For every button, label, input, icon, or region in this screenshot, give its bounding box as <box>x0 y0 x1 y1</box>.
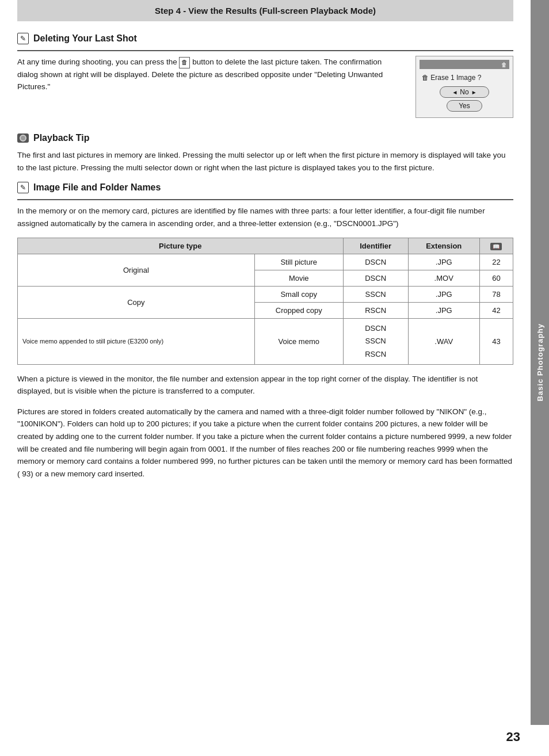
playback-camera-icon <box>17 133 29 143</box>
dialog-no-btn[interactable]: ◄ No ► <box>440 86 489 98</box>
ext-wav: .WAV <box>408 319 479 364</box>
ext-jpg-small: .JPG <box>408 287 479 303</box>
group-copy: Copy <box>18 287 255 319</box>
file-table: Picture type Identifier Extension 📖 Orig… <box>17 238 513 364</box>
dialog-yes-btn[interactable]: Yes <box>447 100 482 112</box>
dialog-title: 🗑 Erase 1 Image ? <box>420 72 509 86</box>
page-42: 42 <box>479 303 513 319</box>
id-rscn: RSCN <box>343 303 408 319</box>
group-original: Original <box>18 254 255 287</box>
col-extension: Extension <box>408 238 479 254</box>
type-still: Still picture <box>254 254 343 270</box>
col-identifier: Identifier <box>343 238 408 254</box>
col-page: 📖 <box>479 238 513 254</box>
footer-text-1: When a picture is viewed in the monitor,… <box>17 373 513 398</box>
type-voice-memo: Voice memo <box>254 319 343 364</box>
dialog-topbar: 🗑 <box>420 60 509 69</box>
id-dscn-movie: DSCN <box>343 270 408 287</box>
delete-pencil-icon: ✎ <box>17 33 29 44</box>
dialog-icon: 🗑 <box>422 74 430 82</box>
imagefile-section-title: Image File and Folder Names <box>33 182 161 193</box>
sidebar-tab: Basic Photography <box>531 0 549 725</box>
id-sscn: SSCN <box>343 287 408 303</box>
imagefile-section-header: ✎ Image File and Folder Names <box>17 182 513 193</box>
playback-section-header: Playback Tip <box>17 133 513 143</box>
ext-jpg-still: .JPG <box>408 254 479 270</box>
page-43: 43 <box>479 319 513 364</box>
header-title: Step 4 - View the Results (Full-screen P… <box>155 6 376 16</box>
imagefile-intro-text: In the memory or on the memory card, pic… <box>17 205 513 230</box>
type-small-copy: Small copy <box>254 287 343 303</box>
col-picture-type: Picture type <box>18 238 344 254</box>
playback-body-text: The first and last pictures in memory ar… <box>17 149 513 174</box>
delete-dialog: 🗑 🗑 Erase 1 Image ? ◄ No ► Yes <box>415 56 513 118</box>
page-60: 60 <box>479 270 513 287</box>
imagefile-pencil-icon: ✎ <box>17 182 29 193</box>
trash-icon: 🗑 <box>501 62 507 68</box>
type-cropped-copy: Cropped copy <box>254 303 343 319</box>
table-row: Original Still picture DSCN .JPG 22 <box>18 254 513 270</box>
page-78: 78 <box>479 287 513 303</box>
table-row: Copy Small copy SSCN .JPG 78 <box>18 287 513 303</box>
id-voice: DSCNSSCNRSCN <box>343 319 408 364</box>
ext-mov: .MOV <box>408 270 479 287</box>
footer-text-2: Pictures are stored in folders created a… <box>17 406 513 480</box>
delete-section-title: Deleting Your Last Shot <box>33 33 137 44</box>
type-movie: Movie <box>254 270 343 287</box>
dialog-buttons: ◄ No ► Yes <box>420 86 509 114</box>
page-number: 23 <box>506 730 520 744</box>
sidebar-label: Basic Photography <box>536 323 544 401</box>
page-22: 22 <box>479 254 513 270</box>
ext-jpg-cropped: .JPG <box>408 303 479 319</box>
table-row-voice: Voice memo appended to still picture (E3… <box>18 319 513 364</box>
page-header: Step 4 - View the Results (Full-screen P… <box>17 0 513 21</box>
playback-section-title: Playback Tip <box>33 133 90 143</box>
id-dscn-still: DSCN <box>343 254 408 270</box>
group-voice: Voice memo appended to still picture (E3… <box>18 319 255 364</box>
delete-section-header: ✎ Deleting Your Last Shot <box>17 33 513 44</box>
